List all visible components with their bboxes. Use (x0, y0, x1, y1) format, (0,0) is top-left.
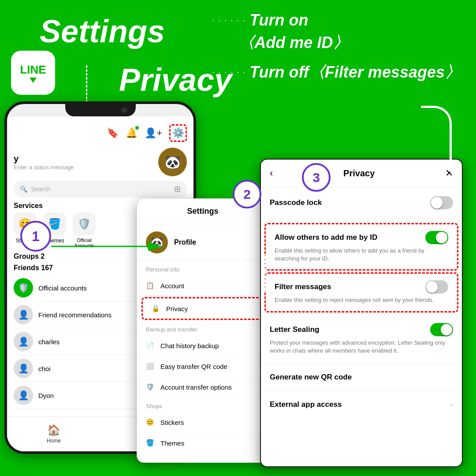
generate-qr-section: Generate new QR code (261, 364, 462, 391)
notch-dot (122, 108, 127, 113)
dyon-name: Dyon (38, 392, 54, 399)
external-app-label[interactable]: External app access (270, 400, 342, 409)
toggle-knob-addid (436, 232, 447, 243)
circle-3: 3 (302, 163, 331, 192)
green-arrow (51, 240, 175, 255)
recommendations-name: Friend recommendations (38, 311, 112, 319)
shop-stickers-label: Stickers (160, 419, 184, 426)
transfer-label: Account transfer options (160, 383, 232, 391)
bookmark-icon[interactable]: 🔖 (107, 127, 119, 139)
external-app-section: External app access › (261, 391, 462, 419)
backup-label: Chat history backup (160, 342, 219, 350)
search-bar[interactable]: 🔍 Search ⊞ (14, 181, 187, 197)
letter-sealing-section: Letter Sealing Protect your messages wit… (261, 314, 462, 364)
shop-stickers[interactable]: 😊 Stickers (137, 412, 268, 433)
right-annotations: · · · · · · Turn on 〈Add me ID〉 · · · · … (212, 11, 461, 83)
add-by-id-row: Allow others to add me by ID (275, 231, 448, 244)
search-placeholder: Search (31, 186, 50, 193)
dyon-avatar: 👤 (14, 386, 33, 405)
charles-avatar: 👤 (14, 332, 33, 351)
backup-icon: 📄 (146, 342, 154, 350)
settings-gear-icon[interactable]: ⚙️ (169, 124, 187, 142)
letter-sealing-row: Letter Sealing (270, 323, 453, 336)
backup-title: Backup and transfer (137, 321, 268, 335)
shops-title: Shops (137, 398, 268, 412)
home-icon: 🏠 (47, 424, 60, 436)
home-label: Home (47, 438, 61, 444)
filter-messages-desc: Enable this setting to reject messages n… (275, 296, 448, 304)
letter-sealing-toggle[interactable] (430, 323, 453, 336)
charles-name: charles (38, 338, 60, 346)
qr-icon: ⬜ (146, 362, 154, 370)
phone1-header: 🔖 🔔 👤+ ⚙️ (14, 121, 187, 145)
dashed-vert-settings (85, 133, 86, 168)
add-by-id-section: Allow others to add me by ID Enable this… (264, 223, 458, 271)
profile-row: y Enter a status message 🐼 (14, 148, 187, 176)
settings-privacy[interactable]: 🔒 Privacy (141, 297, 264, 320)
official-avatar: 🛡️ (14, 278, 33, 298)
filter-messages-label: Filter messages (275, 283, 331, 291)
chat-history-backup[interactable]: 📄 Chat history backup (137, 335, 268, 356)
privacy-icon: 🔒 (152, 305, 160, 312)
filter-messages-row: Filter messages (275, 280, 448, 294)
scan-icon: ⊞ (174, 184, 181, 194)
add-friend-icon[interactable]: 👤+ (145, 127, 162, 139)
add-by-id-toggle[interactable] (425, 231, 448, 244)
settings-panel: Settings 🐼 Profile Personal info 📋 Accou… (137, 198, 269, 463)
official-accounts-icon: 🛡️ (73, 212, 96, 235)
shop-stickers-icon: 😊 (146, 418, 154, 426)
generate-qr-label[interactable]: Generate new QR code (270, 373, 352, 381)
toggle-knob-filter (426, 281, 438, 293)
privacy-title: Privacy (343, 168, 375, 178)
line-logo-text: LINE (20, 63, 46, 77)
shop-themes-label: Themes (160, 439, 184, 447)
profile-avatar: 🐼 (158, 148, 187, 176)
transfer-icon: 🛡️ (146, 383, 154, 391)
toggle-knob-passcode (431, 197, 443, 208)
shop-themes[interactable]: 🪣 Themes (137, 433, 268, 454)
privacy-panel: ‹ Privacy ✕ Passcode lock Allow others t… (260, 159, 463, 467)
account-transfer[interactable]: 🛡️ Account transfer options (137, 377, 268, 398)
add-by-id-desc: Enable this setting to allow others to a… (275, 247, 448, 263)
easy-transfer-label: Easy transfer QR code (160, 363, 227, 370)
choi-name: choi (38, 365, 51, 372)
dashed-vert-privacy (264, 256, 266, 291)
passcode-row: Passcode lock (270, 196, 453, 209)
curve-arrow-tip (446, 167, 455, 173)
privacy-label: Privacy (166, 305, 188, 312)
add-by-id-label: Allow others to add me by ID (275, 233, 377, 242)
passcode-section: Passcode lock (261, 187, 462, 221)
easy-transfer[interactable]: ⬜ Easy transfer QR code (137, 356, 268, 377)
search-icon: 🔍 (20, 186, 27, 193)
circle-1: 1 (20, 221, 51, 252)
shop-themes-icon: 🪣 (146, 439, 154, 447)
nav-home[interactable]: 🏠 Home (47, 424, 61, 444)
personal-info-title: Personal info (137, 261, 268, 275)
notification-icon[interactable]: 🔔 (126, 127, 138, 139)
letter-sealing-label: Letter Sealing (270, 325, 319, 334)
choi-avatar: 👤 (14, 359, 33, 378)
filter-messages-toggle[interactable] (425, 280, 448, 294)
turn-on-label: Turn on (249, 11, 308, 30)
account-label: Account (160, 282, 184, 290)
passcode-toggle[interactable] (430, 196, 453, 209)
passcode-label: Passcode lock (270, 198, 322, 207)
curve-arrow (421, 106, 452, 167)
settings-profile-name: Profile (174, 238, 196, 246)
account-icon: 📋 (146, 282, 154, 290)
settings-account[interactable]: 📋 Account (137, 275, 268, 296)
profile-info: y Enter a status message (14, 154, 74, 171)
letter-sealing-desc: Protect your messages with advanced encr… (270, 339, 453, 355)
recommendations-avatar: 👤 (14, 305, 33, 324)
notification-badge (135, 126, 139, 130)
official-name: Official accounts (38, 284, 87, 292)
profile-name: y (14, 154, 74, 164)
filter-messages-section: Filter messages Enable this setting to r… (264, 272, 458, 312)
profile-status: Enter a status message (14, 164, 74, 171)
turn-off-label: Turn off〈Filter messages〉 (249, 62, 461, 83)
back-icon[interactable]: ‹ (270, 167, 273, 179)
settings-annotation: Settings (40, 13, 165, 49)
add-me-id-label: 〈Add me ID〉 (238, 32, 461, 54)
dashed-vert-1 (86, 65, 87, 107)
line-logo: LINE (11, 51, 55, 95)
